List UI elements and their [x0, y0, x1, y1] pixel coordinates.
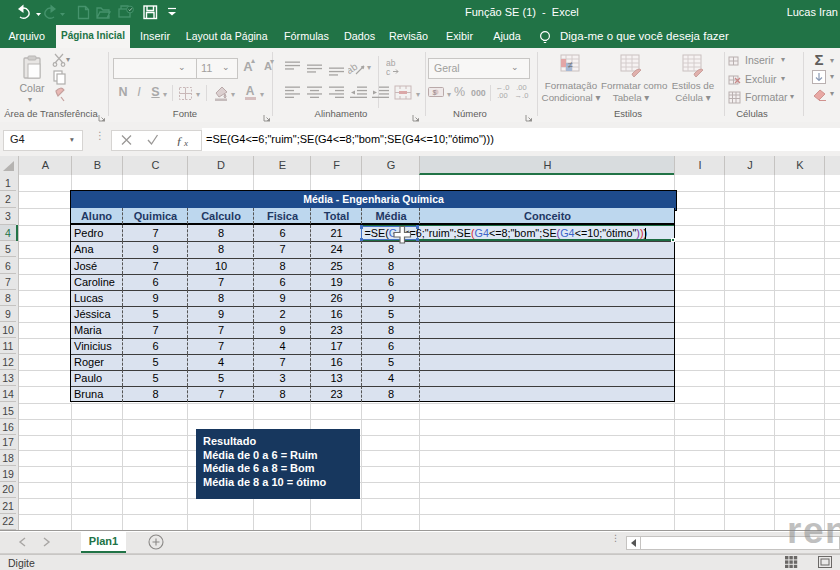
svg-text:$: $ — [433, 89, 437, 96]
svg-text:≠: ≠ — [568, 60, 573, 70]
svg-text:f: f — [177, 134, 183, 146]
svg-text:x: x — [183, 138, 188, 147]
svg-text:ab: ab — [348, 60, 360, 76]
svg-text:c: c — [386, 67, 391, 76]
